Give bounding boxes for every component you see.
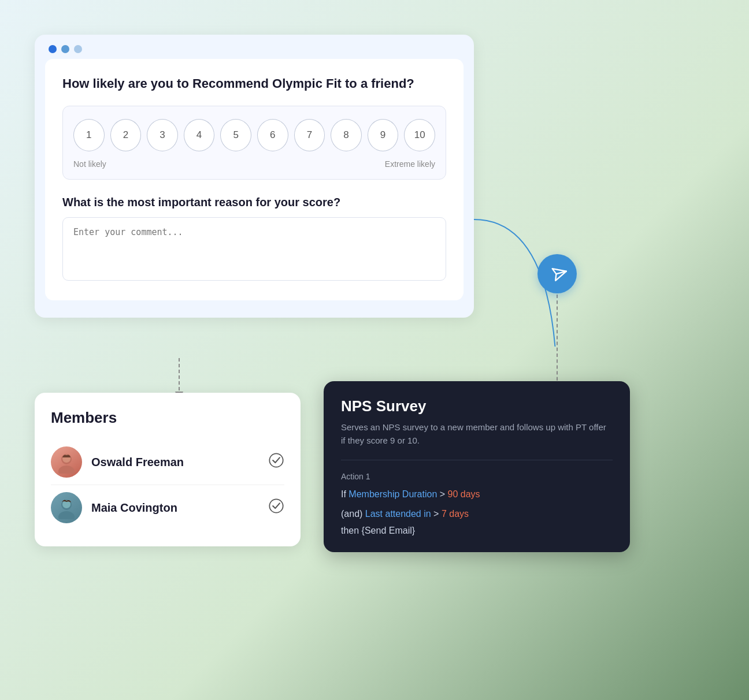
survey-question-2: What is the most important reason for yo… bbox=[62, 196, 446, 209]
condition1-value: 90 days bbox=[448, 489, 480, 499]
survey-card: How likely are you to Recommend Olympic … bbox=[35, 35, 474, 318]
nps-title: NPS Survey bbox=[341, 397, 613, 415]
window-dots bbox=[35, 35, 474, 59]
send-button[interactable] bbox=[537, 254, 577, 293]
svg-point-7 bbox=[58, 511, 75, 519]
condition-1: If Membership Duration > 90 days bbox=[341, 487, 613, 502]
dot-3 bbox=[74, 45, 82, 53]
condition2-field: Last attended in bbox=[365, 509, 431, 519]
avatar-maia bbox=[51, 492, 82, 523]
then-line: then {Send Email} bbox=[341, 526, 613, 536]
rating-7[interactable]: 7 bbox=[294, 119, 325, 151]
check-icon-maia bbox=[268, 498, 284, 517]
nps-description: Serves an NPS survey to a new member and… bbox=[341, 421, 613, 447]
rating-box: 1 2 3 4 5 6 7 8 9 10 Not likely Extreme … bbox=[62, 106, 446, 180]
label-not-likely: Not likely bbox=[73, 159, 106, 169]
svg-point-3 bbox=[58, 466, 75, 474]
label-extreme-likely: Extreme likely bbox=[385, 159, 435, 169]
condition1-operator: > bbox=[437, 489, 447, 499]
survey-question-1: How likely are you to Recommend Olympic … bbox=[62, 75, 446, 93]
member-name-maia: Maia Covington bbox=[91, 501, 259, 515]
condition1-prefix: If bbox=[341, 489, 348, 499]
rating-2[interactable]: 2 bbox=[110, 119, 142, 151]
member-name-oswald: Oswald Freeman bbox=[91, 456, 259, 469]
rating-10[interactable]: 10 bbox=[404, 119, 435, 151]
rating-9[interactable]: 9 bbox=[368, 119, 399, 151]
rating-1[interactable]: 1 bbox=[73, 119, 105, 151]
survey-inner: How likely are you to Recommend Olympic … bbox=[45, 59, 464, 300]
rating-5[interactable]: 5 bbox=[220, 119, 251, 151]
rating-labels: Not likely Extreme likely bbox=[73, 159, 435, 169]
rating-6[interactable]: 6 bbox=[257, 119, 288, 151]
avatar-oswald bbox=[51, 446, 82, 478]
dot-1 bbox=[49, 45, 57, 53]
rating-8[interactable]: 8 bbox=[331, 119, 362, 151]
rating-4[interactable]: 4 bbox=[184, 119, 215, 151]
member-row-oswald: Oswald Freeman bbox=[51, 440, 284, 485]
condition2-prefix: (and) bbox=[341, 509, 365, 519]
condition2-value: 7 days bbox=[442, 509, 469, 519]
action-label: Action 1 bbox=[341, 472, 613, 481]
send-icon bbox=[546, 263, 568, 285]
rating-3[interactable]: 3 bbox=[147, 119, 178, 151]
condition-2: (and) Last attended in > 7 days bbox=[341, 507, 613, 522]
members-card: Members Oswald Freeman bbox=[35, 393, 301, 546]
member-row-maia: Maia Covington bbox=[51, 485, 284, 530]
condition2-operator: > bbox=[431, 509, 442, 519]
nps-divider bbox=[341, 460, 613, 460]
nps-card: NPS Survey Serves an NPS survey to a new… bbox=[324, 381, 630, 552]
condition1-field: Membership Duration bbox=[348, 489, 437, 499]
svg-point-9 bbox=[269, 499, 283, 512]
svg-point-5 bbox=[269, 453, 283, 467]
members-title: Members bbox=[51, 409, 284, 427]
rating-circles: 1 2 3 4 5 6 7 8 9 10 bbox=[73, 119, 435, 151]
comment-input[interactable] bbox=[62, 217, 446, 281]
check-icon-oswald bbox=[268, 452, 284, 472]
dot-2 bbox=[61, 45, 69, 53]
